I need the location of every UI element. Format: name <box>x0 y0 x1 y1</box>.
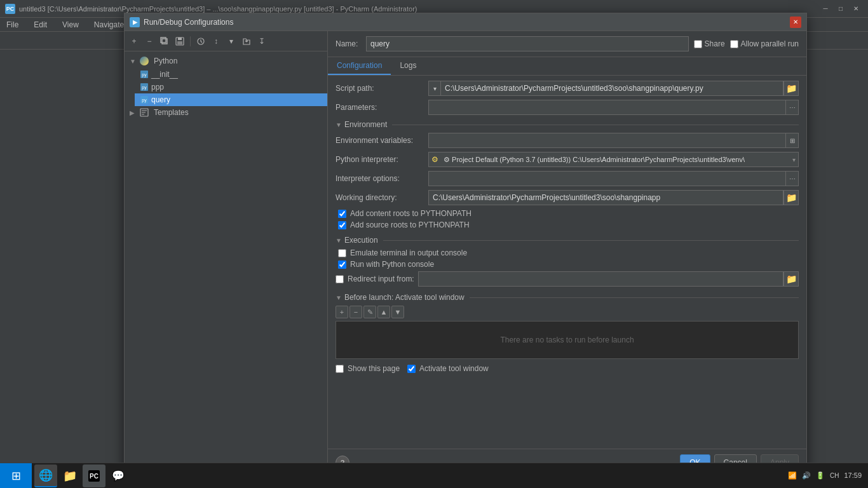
python-group: ▼ Python py __init__ <box>125 54 327 119</box>
taskbar-clock: 17:59 <box>844 471 862 480</box>
save-config-btn[interactable] <box>173 34 187 48</box>
emulate-terminal-checkbox[interactable] <box>338 249 346 257</box>
script-path-dropdown-btn[interactable]: ▾ <box>428 81 441 96</box>
add-content-roots-label[interactable]: Add content roots to PYTHONPATH <box>338 209 471 218</box>
run-python-console-checkbox[interactable] <box>338 261 346 269</box>
copy-config-btn[interactable] <box>158 34 172 48</box>
script-path-input[interactable] <box>441 81 783 96</box>
before-launch-up-btn[interactable]: ▲ <box>377 306 390 318</box>
interpreter-gear-icon: ⚙ <box>431 155 438 164</box>
templates-header[interactable]: ▶ Templates <box>125 106 327 119</box>
ide-minimize-btn[interactable]: ─ <box>818 3 832 15</box>
working-directory-browse-btn[interactable]: 📁 <box>783 190 799 205</box>
menu-view[interactable]: View <box>58 19 83 30</box>
env-collapse-icon: ▼ <box>336 121 342 128</box>
parameters-input[interactable] <box>428 100 786 115</box>
taskbar: ⊞ 🌐 📁 PC 💬 📶 🔊 🔋 CH 17:59 <box>0 463 868 488</box>
menu-navigate[interactable]: Navigate <box>90 19 128 30</box>
tree-toolbar: + − ↕ ▾ ↧ <box>125 31 327 51</box>
config-tabs: Configuration Logs <box>328 57 806 76</box>
ide-close-btn[interactable]: ✕ <box>849 3 863 15</box>
add-source-roots-checkbox[interactable] <box>338 221 346 229</box>
taskbar-item-explorer[interactable]: 📁 <box>58 464 81 487</box>
working-directory-input[interactable] <box>428 190 783 205</box>
dialog-body: + − ↕ ▾ ↧ <box>125 31 806 476</box>
interpreter-options-expand-btn[interactable]: ⋯ <box>786 171 799 186</box>
taskbar-start-button[interactable]: ⊞ <box>0 463 32 489</box>
env-variables-expand-btn[interactable]: ⊞ <box>786 133 799 148</box>
tab-logs[interactable]: Logs <box>391 57 425 75</box>
tree-item-ppp[interactable]: py ppp <box>135 81 327 93</box>
env-section-divider <box>392 125 799 125</box>
taskbar-item-chrome[interactable]: 🌐 <box>34 464 57 487</box>
move-to-folder-btn[interactable]: ↧ <box>255 34 269 48</box>
filter-btn[interactable]: ▾ <box>224 34 238 48</box>
redirect-input-field[interactable] <box>418 271 783 287</box>
ide-maximize-btn[interactable]: □ <box>834 3 848 15</box>
script-path-browse-btn[interactable]: 📁 <box>783 81 799 96</box>
tree-item-init[interactable]: py __init__ <box>135 68 327 81</box>
tree-item-query[interactable]: py query <box>135 93 327 106</box>
name-input[interactable] <box>366 36 689 51</box>
taskbar-item-wechat[interactable]: 💬 <box>107 464 130 487</box>
environment-section-header[interactable]: ▼ Environment <box>336 120 799 129</box>
menu-edit[interactable]: Edit <box>30 19 51 30</box>
add-content-roots-checkbox[interactable] <box>338 210 346 218</box>
before-launch-section-label: Before launch: Activate tool window <box>344 293 465 302</box>
allow-parallel-checkbox-label[interactable]: Allow parallel run <box>730 39 799 48</box>
env-variables-input[interactable] <box>428 133 786 148</box>
before-launch-down-btn[interactable]: ▼ <box>391 306 404 318</box>
run-python-console-label[interactable]: Run with Python console <box>338 260 434 269</box>
redirect-input-browse-btn[interactable]: 📁 <box>783 271 799 287</box>
menu-file[interactable]: File <box>3 19 22 30</box>
add-content-roots-row: Add content roots to PYTHONPATH <box>336 209 799 218</box>
no-tasks-text: There are no tasks to run before launch <box>500 336 634 344</box>
parameters-expand-btn[interactable]: ⋯ <box>786 100 799 115</box>
share-checkbox-label[interactable]: Share <box>694 39 725 48</box>
activate-window-label[interactable]: Activate tool window <box>407 364 489 373</box>
interpreter-options-input[interactable] <box>428 171 786 186</box>
python-group-header[interactable]: ▼ Python <box>125 54 327 68</box>
sort-btn[interactable]: ↕ <box>209 34 223 48</box>
remove-config-btn[interactable]: − <box>142 34 156 48</box>
templates-icon <box>140 108 149 117</box>
tree-item-query-label: query <box>151 95 170 104</box>
templates-expand-arrow: ▶ <box>130 109 137 116</box>
toolbar-separator-1 <box>190 36 191 46</box>
svg-rect-0 <box>162 39 167 44</box>
show-page-label[interactable]: Show this page <box>336 364 400 373</box>
dialog-title: Run/Debug Configurations <box>144 18 233 27</box>
interpreter-options-row: Interpreter options: ⋯ <box>336 171 799 186</box>
execution-section-divider <box>383 240 799 241</box>
emulate-terminal-label[interactable]: Emulate terminal in output console <box>338 248 467 257</box>
environment-section-label: Environment <box>344 120 387 129</box>
taskbar-keyboard-icon: CH <box>830 472 839 479</box>
show-page-checkbox[interactable] <box>336 365 344 373</box>
before-launch-add-btn[interactable]: + <box>336 306 348 318</box>
svg-rect-3 <box>178 37 182 40</box>
taskbar-item-pycharm[interactable]: PC <box>83 464 105 487</box>
add-config-btn[interactable]: + <box>127 34 141 48</box>
dialog-close-btn[interactable]: ✕ <box>790 17 801 28</box>
configure-templates-btn[interactable] <box>194 34 208 48</box>
tab-configuration[interactable]: Configuration <box>328 57 391 75</box>
before-launch-section-header[interactable]: ▼ Before launch: Activate tool window <box>336 293 799 302</box>
execution-section-header[interactable]: ▼ Execution <box>336 236 799 245</box>
share-checkbox[interactable] <box>694 40 702 48</box>
redirect-input-row: Redirect input from: 📁 <box>336 271 799 287</box>
redirect-input-checkbox[interactable] <box>336 275 344 283</box>
allow-parallel-checkbox[interactable] <box>730 40 738 48</box>
python-interpreter-select[interactable]: ⚙ ⚙ Project Default (Python 3.7 (untitle… <box>428 152 799 167</box>
before-launch-edit-btn[interactable]: ✎ <box>363 306 376 318</box>
execution-collapse-icon: ▼ <box>336 237 342 244</box>
python-group-label: Python <box>154 57 177 65</box>
before-launch-remove-btn[interactable]: − <box>349 306 362 318</box>
activate-window-checkbox[interactable] <box>407 365 416 373</box>
share-folder-btn[interactable] <box>240 34 254 48</box>
execution-section-label: Execution <box>344 236 378 245</box>
python-group-icon <box>140 57 149 65</box>
taskbar-network-icon: 📶 <box>788 471 797 480</box>
interpreter-text: ⚙ Project Default (Python 3.7 (untitled3… <box>444 156 790 164</box>
python-interpreter-label: Python interpreter: <box>336 155 424 164</box>
add-source-roots-label[interactable]: Add source roots to PYTHONPATH <box>338 220 470 229</box>
